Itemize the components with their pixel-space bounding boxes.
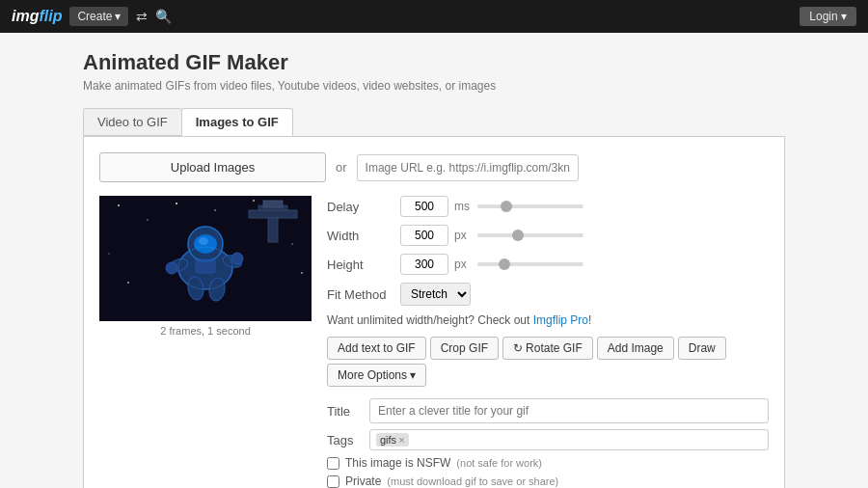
page-title: Animated GIF Maker [83, 50, 785, 75]
upload-row: Upload Images or [99, 152, 769, 182]
svg-point-2 [147, 219, 149, 221]
tags-input-wrap[interactable]: gifs × [369, 429, 769, 450]
add-image-button[interactable]: Add Image [597, 337, 674, 360]
width-label: Width [327, 229, 394, 243]
height-unit: px [454, 258, 472, 271]
svg-point-4 [214, 209, 215, 210]
delay-unit: ms [454, 200, 472, 213]
chevron-down-icon: ▾ [115, 10, 121, 23]
height-label: Height [327, 258, 394, 272]
tab-video-to-gif[interactable]: Video to GIF [83, 108, 182, 136]
shuffle-icon[interactable]: ⇄ [136, 9, 148, 24]
title-label: Title [327, 404, 362, 419]
svg-point-19 [166, 262, 177, 274]
tab-bar: Video to GIF Images to GIF [83, 108, 785, 136]
navbar: imgflip Create ▾ ⇄ 🔍 Login ▾ [0, 0, 868, 33]
controls-column: Delay ms Width px Height px [327, 196, 769, 488]
width-slider[interactable] [477, 233, 583, 237]
gif-preview [99, 196, 312, 321]
search-icon[interactable]: 🔍 [155, 9, 172, 24]
svg-point-8 [108, 253, 109, 254]
private-row: Private (must download gif to save or sh… [327, 474, 769, 488]
height-row: Height px [327, 254, 769, 275]
login-button[interactable]: Login ▾ [800, 7, 856, 26]
svg-point-14 [199, 237, 208, 245]
tag-chip: gifs × [376, 433, 409, 447]
add-text-button[interactable]: Add text to GIF [327, 337, 426, 360]
svg-point-5 [253, 200, 255, 202]
svg-rect-24 [249, 210, 297, 218]
svg-point-7 [291, 243, 292, 244]
nsfw-row: This image is NSFW (not safe for work) [327, 456, 769, 470]
title-row: Title [327, 398, 769, 423]
svg-point-10 [301, 272, 303, 274]
toolbar: Add text to GIF Crop GIF ↻ Rotate GIF Ad… [327, 337, 769, 387]
preview-column: 2 frames, 1 second [99, 196, 312, 488]
private-checkbox[interactable] [327, 475, 339, 488]
fit-method-label: Fit Method [327, 287, 394, 302]
svg-rect-27 [268, 218, 278, 242]
svg-point-9 [127, 282, 129, 284]
more-options-button[interactable]: More Options ▾ [327, 364, 426, 387]
page-subtitle: Make animated GIFs from video files, You… [83, 79, 785, 93]
tag-remove-icon[interactable]: × [398, 434, 404, 446]
editor-row: 2 frames, 1 second Delay ms Width px [99, 196, 769, 488]
height-slider[interactable] [477, 262, 583, 266]
or-label: or [336, 160, 347, 175]
svg-point-3 [176, 203, 177, 204]
width-unit: px [454, 229, 472, 242]
rotate-icon: ↻ [513, 341, 523, 355]
title-input[interactable] [369, 398, 769, 423]
tags-row: Tags gifs × [327, 429, 769, 450]
svg-point-1 [118, 204, 120, 206]
main-container: Animated GIF Maker Make animated GIFs fr… [68, 33, 800, 488]
tags-label: Tags [327, 433, 362, 447]
upload-images-button[interactable]: Upload Images [99, 152, 326, 182]
crop-gif-button[interactable]: Crop GIF [430, 337, 499, 360]
logo: imgflip [12, 8, 62, 25]
delay-label: Delay [327, 200, 394, 214]
width-input[interactable] [400, 225, 448, 246]
preview-caption: 2 frames, 1 second [99, 325, 312, 337]
draw-button[interactable]: Draw [678, 337, 726, 360]
fit-method-row: Fit Method Stretch Fit Crop [327, 283, 769, 306]
svg-point-20 [231, 253, 243, 264]
fit-method-select[interactable]: Stretch Fit Crop [400, 283, 471, 306]
width-row: Width px [327, 225, 769, 246]
nsfw-checkbox[interactable] [327, 457, 339, 470]
tab-images-to-gif[interactable]: Images to GIF [181, 108, 293, 136]
delay-input[interactable] [400, 196, 448, 217]
delay-row: Delay ms [327, 196, 769, 217]
imgflip-pro-link[interactable]: Imgflip Pro [533, 313, 588, 327]
content-box: Upload Images or [83, 136, 785, 488]
chevron-down-icon: ▾ [410, 368, 416, 382]
svg-rect-26 [263, 201, 283, 207]
rotate-gif-button[interactable]: ↻ Rotate GIF [502, 337, 593, 360]
navbar-left: imgflip Create ▾ ⇄ 🔍 [12, 7, 172, 26]
promo-text: Want unlimited width/height? Check out I… [327, 313, 769, 327]
delay-slider[interactable] [477, 204, 583, 208]
height-input[interactable] [400, 254, 448, 275]
create-button[interactable]: Create ▾ [69, 7, 128, 26]
image-url-input[interactable] [357, 154, 579, 181]
